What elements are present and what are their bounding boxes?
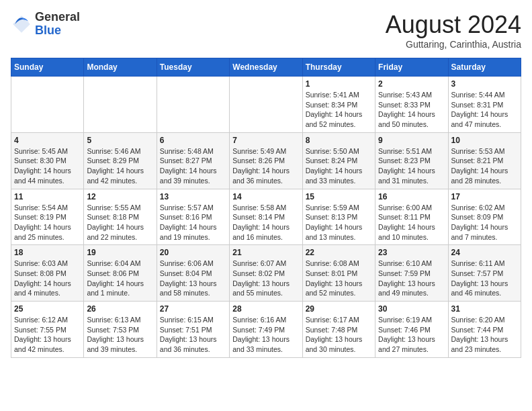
day-info: Sunrise: 5:51 AM Sunset: 8:23 PM Dayligh…	[378, 146, 445, 186]
calendar-cell: 12Sunrise: 5:55 AM Sunset: 8:18 PM Dayli…	[84, 189, 157, 245]
calendar-cell: 2Sunrise: 5:43 AM Sunset: 8:33 PM Daylig…	[375, 77, 448, 133]
page-header: General Blue August 2024 Guttaring, Cari…	[11, 11, 521, 50]
day-info: Sunrise: 5:57 AM Sunset: 8:16 PM Dayligh…	[160, 203, 226, 242]
day-info: Sunrise: 5:43 AM Sunset: 8:33 PM Dayligh…	[378, 90, 445, 130]
day-number: 28	[232, 304, 299, 314]
day-number: 17	[451, 192, 518, 201]
calendar-cell: 16Sunrise: 6:00 AM Sunset: 8:11 PM Dayli…	[375, 189, 448, 245]
day-number: 10	[451, 136, 518, 145]
day-number: 21	[232, 248, 299, 257]
calendar-cell: 26Sunrise: 6:13 AM Sunset: 7:53 PM Dayli…	[84, 302, 157, 358]
day-number: 26	[87, 304, 153, 314]
calendar-cell	[230, 77, 302, 133]
calendar-cell: 7Sunrise: 5:49 AM Sunset: 8:26 PM Daylig…	[230, 132, 302, 189]
day-info: Sunrise: 6:13 AM Sunset: 7:53 PM Dayligh…	[87, 315, 153, 355]
day-info: Sunrise: 6:03 AM Sunset: 8:08 PM Dayligh…	[14, 259, 81, 298]
calendar-cell: 27Sunrise: 6:15 AM Sunset: 7:51 PM Dayli…	[157, 302, 229, 358]
calendar-week-row: 25Sunrise: 6:12 AM Sunset: 7:55 PM Dayli…	[11, 302, 521, 358]
calendar-cell: 4Sunrise: 5:45 AM Sunset: 8:30 PM Daylig…	[11, 132, 84, 189]
day-info: Sunrise: 5:55 AM Sunset: 8:18 PM Dayligh…	[87, 203, 153, 242]
calendar-cell: 17Sunrise: 6:02 AM Sunset: 8:09 PM Dayli…	[448, 189, 521, 245]
calendar-cell: 3Sunrise: 5:44 AM Sunset: 8:31 PM Daylig…	[448, 77, 521, 133]
day-number: 5	[87, 136, 153, 145]
calendar-day-header: Saturday	[448, 58, 521, 77]
calendar-day-header: Wednesday	[230, 58, 302, 77]
day-info: Sunrise: 5:53 AM Sunset: 8:21 PM Dayligh…	[451, 146, 518, 186]
calendar-cell: 15Sunrise: 5:59 AM Sunset: 8:13 PM Dayli…	[302, 189, 375, 245]
calendar-cell: 22Sunrise: 6:08 AM Sunset: 8:01 PM Dayli…	[302, 245, 375, 302]
day-info: Sunrise: 6:12 AM Sunset: 7:55 PM Dayligh…	[14, 315, 81, 355]
day-number: 22	[306, 248, 372, 257]
day-number: 18	[14, 248, 81, 257]
day-info: Sunrise: 5:41 AM Sunset: 8:34 PM Dayligh…	[306, 90, 372, 130]
title-block: August 2024 Guttaring, Carinthia, Austri…	[386, 11, 521, 50]
calendar-cell	[11, 77, 84, 133]
calendar-cell: 1Sunrise: 5:41 AM Sunset: 8:34 PM Daylig…	[302, 77, 375, 133]
day-number: 4	[14, 136, 81, 145]
calendar-cell: 19Sunrise: 6:04 AM Sunset: 8:06 PM Dayli…	[84, 245, 157, 302]
calendar-cell: 13Sunrise: 5:57 AM Sunset: 8:16 PM Dayli…	[157, 189, 229, 245]
calendar-week-row: 18Sunrise: 6:03 AM Sunset: 8:08 PM Dayli…	[11, 245, 521, 302]
calendar-day-header: Monday	[84, 58, 157, 77]
day-info: Sunrise: 6:10 AM Sunset: 7:59 PM Dayligh…	[378, 259, 445, 298]
day-info: Sunrise: 6:11 AM Sunset: 7:57 PM Dayligh…	[451, 259, 518, 298]
day-number: 27	[160, 304, 226, 314]
day-info: Sunrise: 6:04 AM Sunset: 8:06 PM Dayligh…	[87, 259, 153, 298]
calendar-cell: 9Sunrise: 5:51 AM Sunset: 8:23 PM Daylig…	[375, 132, 448, 189]
calendar-cell: 5Sunrise: 5:46 AM Sunset: 8:29 PM Daylig…	[84, 132, 157, 189]
calendar-cell: 25Sunrise: 6:12 AM Sunset: 7:55 PM Dayli…	[11, 302, 84, 358]
day-number: 19	[87, 248, 153, 257]
day-number: 16	[378, 192, 445, 201]
day-info: Sunrise: 5:46 AM Sunset: 8:29 PM Dayligh…	[87, 146, 153, 186]
day-number: 12	[87, 192, 153, 201]
day-number: 2	[378, 79, 445, 89]
day-number: 29	[306, 304, 372, 314]
day-number: 14	[232, 192, 299, 201]
day-number: 15	[306, 192, 372, 201]
calendar-cell: 18Sunrise: 6:03 AM Sunset: 8:08 PM Dayli…	[11, 245, 84, 302]
day-number: 20	[160, 248, 226, 257]
calendar-day-header: Sunday	[11, 58, 84, 77]
day-number: 11	[14, 192, 81, 201]
day-number: 8	[306, 136, 372, 145]
day-info: Sunrise: 5:48 AM Sunset: 8:27 PM Dayligh…	[160, 146, 226, 186]
day-number: 13	[160, 192, 226, 201]
day-info: Sunrise: 5:50 AM Sunset: 8:24 PM Dayligh…	[306, 146, 372, 186]
day-number: 23	[378, 248, 445, 257]
calendar-header-row: SundayMondayTuesdayWednesdayThursdayFrid…	[11, 58, 521, 77]
day-number: 30	[378, 304, 445, 314]
calendar-cell: 20Sunrise: 6:06 AM Sunset: 8:04 PM Dayli…	[157, 245, 229, 302]
calendar-week-row: 11Sunrise: 5:54 AM Sunset: 8:19 PM Dayli…	[11, 189, 521, 245]
calendar-cell: 31Sunrise: 6:20 AM Sunset: 7:44 PM Dayli…	[448, 302, 521, 358]
calendar-day-header: Friday	[375, 58, 448, 77]
day-info: Sunrise: 6:19 AM Sunset: 7:46 PM Dayligh…	[378, 315, 445, 355]
calendar-cell: 10Sunrise: 5:53 AM Sunset: 8:21 PM Dayli…	[448, 132, 521, 189]
day-number: 9	[378, 136, 445, 145]
calendar-cell: 8Sunrise: 5:50 AM Sunset: 8:24 PM Daylig…	[302, 132, 375, 189]
calendar-cell: 30Sunrise: 6:19 AM Sunset: 7:46 PM Dayli…	[375, 302, 448, 358]
calendar-day-header: Tuesday	[157, 58, 229, 77]
day-info: Sunrise: 5:49 AM Sunset: 8:26 PM Dayligh…	[232, 146, 299, 186]
month-title: August 2024	[386, 11, 521, 39]
day-number: 31	[451, 304, 518, 314]
calendar-day-header: Thursday	[302, 58, 375, 77]
day-info: Sunrise: 5:45 AM Sunset: 8:30 PM Dayligh…	[14, 146, 81, 186]
calendar-cell: 24Sunrise: 6:11 AM Sunset: 7:57 PM Dayli…	[448, 245, 521, 302]
calendar-cell	[84, 77, 157, 133]
day-info: Sunrise: 5:58 AM Sunset: 8:14 PM Dayligh…	[232, 203, 299, 242]
day-number: 24	[451, 248, 518, 257]
calendar-cell: 6Sunrise: 5:48 AM Sunset: 8:27 PM Daylig…	[157, 132, 229, 189]
day-info: Sunrise: 6:07 AM Sunset: 8:02 PM Dayligh…	[232, 259, 299, 298]
calendar-week-row: 4Sunrise: 5:45 AM Sunset: 8:30 PM Daylig…	[11, 132, 521, 189]
day-info: Sunrise: 5:54 AM Sunset: 8:19 PM Dayligh…	[14, 203, 81, 242]
day-info: Sunrise: 6:17 AM Sunset: 7:48 PM Dayligh…	[306, 315, 372, 355]
day-number: 3	[451, 79, 518, 89]
location: Guttaring, Carinthia, Austria	[386, 39, 521, 50]
logo: General Blue	[11, 11, 80, 38]
day-info: Sunrise: 6:16 AM Sunset: 7:49 PM Dayligh…	[232, 315, 299, 355]
day-number: 25	[14, 304, 81, 314]
calendar-cell: 14Sunrise: 5:58 AM Sunset: 8:14 PM Dayli…	[230, 189, 302, 245]
day-number: 7	[232, 136, 299, 145]
calendar-cell: 29Sunrise: 6:17 AM Sunset: 7:48 PM Dayli…	[302, 302, 375, 358]
calendar-body: 1Sunrise: 5:41 AM Sunset: 8:34 PM Daylig…	[11, 77, 521, 358]
